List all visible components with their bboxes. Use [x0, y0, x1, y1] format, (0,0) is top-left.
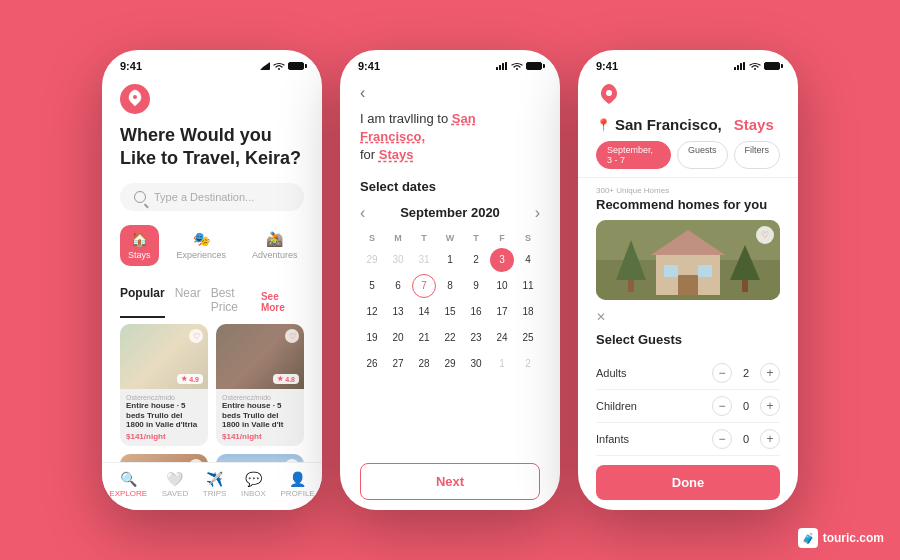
- cal-day-8[interactable]: 8: [438, 274, 462, 298]
- see-more-link[interactable]: See More: [261, 291, 304, 313]
- rating-badge-2: ★4.8: [273, 374, 299, 384]
- watermark-icon: 🧳: [798, 528, 818, 548]
- cat-tab-adventures[interactable]: 🚵 Adventures: [244, 225, 306, 266]
- tab-near[interactable]: Near: [175, 286, 201, 318]
- cal-day-14[interactable]: 14: [412, 300, 436, 324]
- cal-day-19[interactable]: 19: [360, 326, 384, 350]
- cal-day-27[interactable]: 27: [386, 352, 410, 376]
- cal-day-1-oct[interactable]: 1: [490, 352, 514, 376]
- nav-explore[interactable]: 🔍 EXPLORE: [109, 471, 147, 498]
- next-btn-container: Next: [340, 453, 560, 510]
- infants-minus-button[interactable]: −: [712, 429, 732, 449]
- travel-intro: I am travlling to: [360, 111, 452, 126]
- heart-icon-3[interactable]: ♡: [189, 459, 203, 462]
- children-minus-button[interactable]: −: [712, 396, 732, 416]
- property-img-4: ♡ ★4.9: [216, 454, 304, 462]
- nav-inbox[interactable]: 💬 INBOX: [241, 471, 266, 498]
- cal-day-2[interactable]: 2: [464, 248, 488, 272]
- cal-day-7[interactable]: 7: [412, 274, 436, 298]
- cal-day-18[interactable]: 18: [516, 300, 540, 324]
- property-card-3[interactable]: ♡ ★4.7 Osterencz/mido Entire house · 5 b…: [120, 454, 208, 462]
- cal-day-9[interactable]: 9: [464, 274, 488, 298]
- adults-plus-button[interactable]: +: [760, 363, 780, 383]
- cal-day-24[interactable]: 24: [490, 326, 514, 350]
- filter-filters[interactable]: Filters: [734, 141, 781, 169]
- phone1-header: Where Would you Like to Travel, Keira? T…: [102, 76, 322, 276]
- time-2: 9:41: [358, 60, 380, 72]
- battery-icon-2: [526, 62, 542, 70]
- back-button[interactable]: ‹: [360, 84, 540, 102]
- featured-img-svg: [596, 220, 780, 300]
- svg-point-1: [133, 95, 137, 99]
- tab-best-price[interactable]: Best Price: [211, 286, 261, 318]
- nav-saved[interactable]: 🤍 SAVED: [162, 471, 189, 498]
- experiences-icon: 🎭: [193, 231, 209, 247]
- filter-guests[interactable]: Guests: [677, 141, 728, 169]
- cat-tab-experiences[interactable]: 🎭 Experiences: [169, 225, 235, 266]
- cal-day-13[interactable]: 13: [386, 300, 410, 324]
- property-img-3: ♡ ★4.7: [120, 454, 208, 462]
- tab-popular[interactable]: Popular: [120, 286, 165, 318]
- cal-day-21[interactable]: 21: [412, 326, 436, 350]
- featured-property[interactable]: ♡: [596, 220, 780, 300]
- cal-day-6[interactable]: 6: [386, 274, 410, 298]
- guest-type-adults: Adults: [596, 367, 627, 379]
- nav-profile[interactable]: 👤 PROFILE: [280, 471, 314, 498]
- cal-day-31-aug[interactable]: 31: [412, 248, 436, 272]
- nav-trips[interactable]: ✈️ TRIPS: [203, 471, 227, 498]
- filter-dates[interactable]: September, 3 - 7: [596, 141, 671, 169]
- prev-month-button[interactable]: ‹: [360, 204, 365, 222]
- cal-day-5[interactable]: 5: [360, 274, 384, 298]
- phone-3: 9:41: [578, 50, 798, 510]
- cal-day-20[interactable]: 20: [386, 326, 410, 350]
- property-card-4[interactable]: ♡ ★4.9 Osterencz/mido Entire house · 5 b…: [216, 454, 304, 462]
- cal-day-11[interactable]: 11: [516, 274, 540, 298]
- cal-day-1[interactable]: 1: [438, 248, 462, 272]
- infants-plus-button[interactable]: +: [760, 429, 780, 449]
- cal-day-28[interactable]: 28: [412, 352, 436, 376]
- close-icon[interactable]: ✕: [596, 310, 606, 324]
- heart-icon-4[interactable]: ♡: [285, 459, 299, 462]
- signal-icon-1: [260, 62, 270, 70]
- next-button[interactable]: Next: [360, 463, 540, 500]
- done-button[interactable]: Done: [596, 465, 780, 500]
- cal-day-3[interactable]: 3: [490, 248, 514, 272]
- cal-day-25[interactable]: 25: [516, 326, 540, 350]
- featured-heart-icon[interactable]: ♡: [756, 226, 774, 244]
- heart-icon-1[interactable]: ♡: [189, 329, 203, 343]
- property-img-1: ♡ ★4.9: [120, 324, 208, 389]
- heart-icon-2[interactable]: ♡: [285, 329, 299, 343]
- property-card-2[interactable]: ♡ ★4.8 Osterencz/mido Entire house · 5 b…: [216, 324, 304, 446]
- next-month-button[interactable]: ›: [535, 204, 540, 222]
- cal-day-16[interactable]: 16: [464, 300, 488, 324]
- done-btn-container: Done: [578, 457, 798, 510]
- cat-tab-stays[interactable]: 🏠 Stays: [120, 225, 159, 266]
- cal-day-23[interactable]: 23: [464, 326, 488, 350]
- cal-day-29[interactable]: 29: [438, 352, 462, 376]
- cal-day-10[interactable]: 10: [490, 274, 514, 298]
- cal-day-12[interactable]: 12: [360, 300, 384, 324]
- travel-text: I am travlling to San Francisco, for Sta…: [360, 110, 540, 165]
- cal-day-26[interactable]: 26: [360, 352, 384, 376]
- children-plus-button[interactable]: +: [760, 396, 780, 416]
- cat-tab-luxury[interactable]: 💎 Luxury: [316, 225, 322, 266]
- cal-day-29-aug[interactable]: 29: [360, 248, 384, 272]
- nav-trips-label: TRIPS: [203, 489, 227, 498]
- cal-day-2-oct[interactable]: 2: [516, 352, 540, 376]
- cal-day-17[interactable]: 17: [490, 300, 514, 324]
- search-placeholder: Type a Destination...: [154, 191, 254, 203]
- cal-day-22[interactable]: 22: [438, 326, 462, 350]
- day-header-m: M: [386, 230, 410, 246]
- svg-rect-9: [740, 63, 742, 70]
- cal-day-15[interactable]: 15: [438, 300, 462, 324]
- property-card-1[interactable]: ♡ ★4.9 Osterencz/mido Entire house · 5 b…: [120, 324, 208, 446]
- adults-minus-button[interactable]: −: [712, 363, 732, 383]
- cal-day-4[interactable]: 4: [516, 248, 540, 272]
- travel-stay-type: Stays: [379, 147, 414, 162]
- cal-day-30-aug[interactable]: 30: [386, 248, 410, 272]
- svg-rect-7: [734, 67, 736, 70]
- cal-day-30[interactable]: 30: [464, 352, 488, 376]
- section-header: Popular Near Best Price See More: [102, 276, 322, 324]
- location-pin-icon: 📍: [596, 118, 611, 132]
- search-bar[interactable]: Type a Destination...: [120, 183, 304, 211]
